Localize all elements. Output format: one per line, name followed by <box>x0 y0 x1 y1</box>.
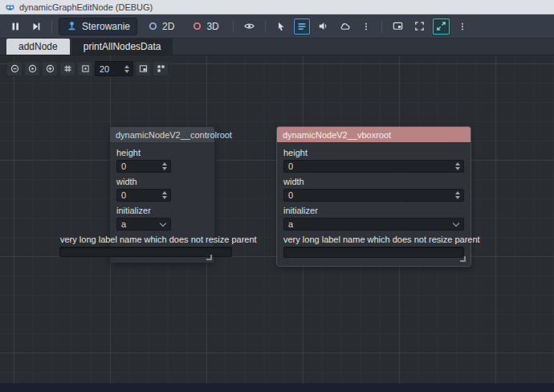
snap-grid-icon <box>63 63 73 74</box>
expand-arrows-icon <box>435 20 447 32</box>
tab-printallnodesdata-label: printAllNodesData <box>84 41 161 52</box>
input-mode-label: Sterowanie <box>82 21 130 32</box>
width-spinbox[interactable]: 0 <box>116 189 171 202</box>
spin-down-icon[interactable] <box>455 196 460 199</box>
width-label: width <box>116 177 208 186</box>
spin-down-icon[interactable] <box>124 70 129 73</box>
graph-node-title: dynamicNodeV2__controlroot <box>116 130 232 140</box>
zoom-reset-button[interactable] <box>24 61 40 76</box>
stretch-expand-button[interactable] <box>432 18 450 35</box>
chevron-down-icon <box>160 219 166 226</box>
zoom-out-icon <box>10 63 20 74</box>
node-line-edit[interactable] <box>283 247 464 258</box>
select-mode-button[interactable] <box>272 18 290 35</box>
spinbox-stepper[interactable] <box>124 65 132 73</box>
snap-distance-spinbox[interactable]: 20 <box>95 61 133 76</box>
long-label: very long label name which does not resi… <box>283 235 464 244</box>
initializer-dropdown[interactable]: a <box>116 218 171 231</box>
chevron-down-icon <box>453 219 459 226</box>
graph-canvas[interactable]: 20 dynamicNodeV2__controlroot <box>0 55 554 383</box>
node2d-icon <box>148 21 158 31</box>
resize-handle-icon[interactable] <box>206 255 212 260</box>
graph-node-title: dynamicNodeV2__vboxroot <box>283 130 391 140</box>
width-spinbox[interactable]: 0 <box>283 189 464 202</box>
graph-node-titlebar[interactable]: dynamicNodeV2__vboxroot <box>277 127 470 142</box>
spinbox-stepper[interactable] <box>455 162 463 170</box>
toolbar-separator <box>381 20 382 33</box>
width-value: 0 <box>288 190 293 200</box>
spin-up-icon[interactable] <box>455 162 460 165</box>
width-label: width <box>283 177 464 186</box>
spin-up-icon[interactable] <box>455 191 460 194</box>
embed-menu-button[interactable] <box>454 18 471 35</box>
list-select-mode-button[interactable] <box>293 18 311 35</box>
next-frame-button[interactable] <box>27 18 45 35</box>
graph-node-vboxroot[interactable]: dynamicNodeV2__vboxroot height 0 width 0 <box>277 127 470 266</box>
spin-up-icon[interactable] <box>162 191 167 194</box>
spinbox-stepper[interactable] <box>455 191 463 199</box>
spin-down-icon[interactable] <box>162 196 167 199</box>
initializer-dropdown[interactable]: a <box>283 218 464 231</box>
initializer-label: initializer <box>283 206 464 215</box>
tab-addnode[interactable]: addNode <box>6 39 70 55</box>
debug-options-button[interactable] <box>336 18 354 35</box>
cursor-icon <box>275 21 287 32</box>
more-menu-button[interactable] <box>357 18 375 35</box>
arrange-nodes-button[interactable] <box>153 61 169 76</box>
bottom-panel-strip <box>0 383 554 392</box>
spin-down-icon[interactable] <box>162 167 167 170</box>
mode-2d-label: 2D <box>162 21 174 32</box>
tab-addnode-label: addNode <box>18 41 58 52</box>
vertical-dots-icon <box>361 21 371 32</box>
godot-logo-icon <box>5 2 15 12</box>
graph-node-titlebar[interactable]: dynamicNodeV2__controlroot <box>110 127 214 142</box>
keep-aspect-button[interactable] <box>410 18 429 35</box>
minimap-toggle-button[interactable] <box>135 61 151 76</box>
eye-icon <box>243 20 255 32</box>
mute-audio-button[interactable] <box>314 18 332 35</box>
embed-screen-icon <box>392 20 404 32</box>
height-label: height <box>116 148 208 157</box>
snap-toggle-button[interactable] <box>59 61 75 76</box>
list-rows-icon <box>296 21 308 32</box>
initializer-label: initializer <box>116 206 208 215</box>
cloud-icon <box>339 20 351 32</box>
spin-up-icon[interactable] <box>124 65 129 68</box>
spin-down-icon[interactable] <box>455 167 460 170</box>
height-spinbox[interactable]: 0 <box>283 160 464 173</box>
width-value: 0 <box>121 190 126 200</box>
window-titlebar[interactable]: dynamicGraphEditNode (DEBUG) <box>0 0 554 14</box>
next-frame-icon <box>31 21 42 32</box>
mode-2d-button[interactable]: 2D <box>141 18 181 35</box>
zoom-in-icon <box>45 63 55 74</box>
tab-printallnodesdata[interactable]: printAllNodesData <box>71 39 173 55</box>
graph-node-body: height 0 width 0 initializer <box>110 142 214 263</box>
toolbar-separator <box>51 20 52 33</box>
zoom-in-button[interactable] <box>42 61 58 76</box>
input-mode-button[interactable]: Sterowanie <box>59 18 137 35</box>
window-title: dynamicGraphEditNode (DEBUG) <box>19 2 153 12</box>
node3d-icon <box>192 21 202 31</box>
height-spinbox[interactable]: 0 <box>116 160 171 173</box>
pixel-snap-button[interactable] <box>77 61 93 76</box>
app-window: dynamicGraphEditNode (DEBUG) Sterowanie <box>0 0 554 392</box>
zoom-reset-icon <box>27 63 38 74</box>
resize-handle-icon[interactable] <box>460 256 466 262</box>
speaker-icon <box>317 20 329 32</box>
height-label: height <box>283 148 464 157</box>
initializer-value: a <box>288 219 293 229</box>
spin-up-icon[interactable] <box>162 162 167 165</box>
spinbox-stepper[interactable] <box>162 162 170 170</box>
embed-game-button[interactable] <box>389 18 407 35</box>
camera-override-button[interactable] <box>240 18 259 35</box>
pause-button[interactable] <box>6 18 24 35</box>
corners-icon <box>413 20 426 32</box>
zoom-out-button[interactable] <box>6 61 22 76</box>
square-dot-icon <box>80 63 91 74</box>
snap-distance-value: 20 <box>100 64 109 74</box>
long-label: very long label name which does not resi… <box>60 235 232 244</box>
spinbox-stepper[interactable] <box>162 191 170 199</box>
scene-tabbar: addNode printAllNodesData <box>0 39 554 55</box>
graph-node-controlroot[interactable]: dynamicNodeV2__controlroot height 0 widt… <box>110 127 214 263</box>
mode-3d-button[interactable]: 3D <box>185 18 226 35</box>
